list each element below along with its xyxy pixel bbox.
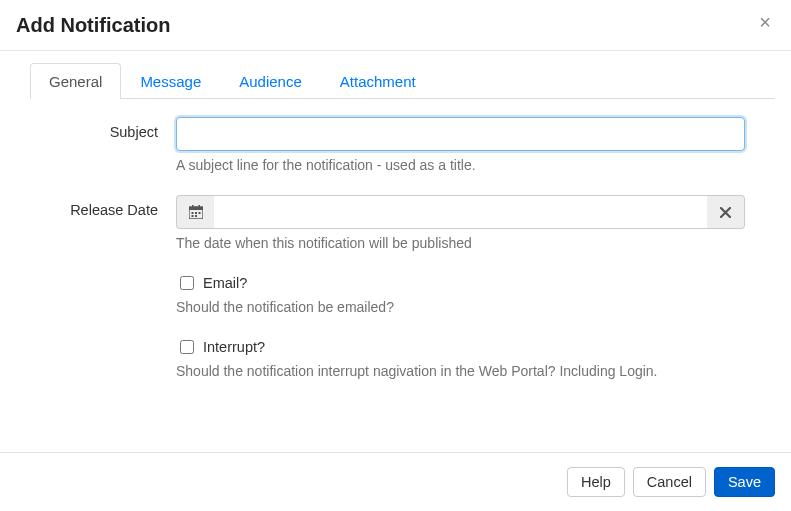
svg-rect-6	[198, 212, 200, 214]
tab-bar: General Message Audience Attachment	[30, 63, 775, 99]
row-email: Email? Should the notification be emaile…	[16, 273, 745, 315]
control-release-date: The date when this notification will be …	[176, 195, 745, 251]
label-interrupt-spacer	[16, 337, 176, 344]
cancel-button[interactable]: Cancel	[633, 467, 706, 497]
calendar-icon	[189, 205, 203, 219]
close-icon: ×	[759, 11, 771, 33]
help-release-date: The date when this notification will be …	[176, 235, 745, 251]
label-email[interactable]: Email?	[203, 275, 247, 291]
label-interrupt[interactable]: Interrupt?	[203, 339, 265, 355]
svg-rect-4	[191, 212, 193, 214]
row-interrupt: Interrupt? Should the notification inter…	[16, 337, 745, 379]
row-subject: Subject A subject line for the notificat…	[16, 117, 745, 173]
clear-icon	[720, 207, 731, 218]
svg-rect-7	[191, 215, 193, 217]
svg-rect-2	[192, 205, 194, 208]
close-button[interactable]: ×	[755, 12, 775, 32]
svg-rect-3	[198, 205, 200, 208]
label-email-spacer	[16, 273, 176, 280]
interrupt-check-row: Interrupt?	[176, 337, 745, 357]
subject-input[interactable]	[176, 117, 745, 151]
label-subject: Subject	[16, 117, 176, 140]
release-date-input[interactable]	[214, 195, 707, 229]
clear-date-button[interactable]	[707, 195, 745, 229]
tab-general[interactable]: General	[30, 63, 121, 99]
email-checkbox[interactable]	[180, 276, 194, 290]
save-button[interactable]: Save	[714, 467, 775, 497]
control-subject: A subject line for the notification - us…	[176, 117, 745, 173]
label-release-date: Release Date	[16, 195, 176, 218]
tab-message[interactable]: Message	[121, 63, 220, 99]
form-area: Subject A subject line for the notificat…	[16, 99, 775, 411]
interrupt-checkbox[interactable]	[180, 340, 194, 354]
row-release-date: Release Date	[16, 195, 745, 251]
svg-rect-8	[195, 215, 197, 217]
release-date-group	[176, 195, 745, 229]
svg-rect-5	[195, 212, 197, 214]
control-email: Email? Should the notification be emaile…	[176, 273, 745, 315]
modal-header: Add Notification ×	[0, 0, 791, 51]
help-subject: A subject line for the notification - us…	[176, 157, 745, 173]
tab-attachment[interactable]: Attachment	[321, 63, 435, 99]
help-interrupt: Should the notification interrupt nagiva…	[176, 363, 745, 379]
modal-title: Add Notification	[16, 12, 170, 38]
modal-body: General Message Audience Attachment Subj…	[0, 51, 791, 411]
svg-rect-1	[189, 207, 203, 210]
control-interrupt: Interrupt? Should the notification inter…	[176, 337, 745, 379]
calendar-addon[interactable]	[176, 195, 214, 229]
tab-audience[interactable]: Audience	[220, 63, 321, 99]
email-check-row: Email?	[176, 273, 745, 293]
help-email: Should the notification be emailed?	[176, 299, 745, 315]
modal-footer: Help Cancel Save	[0, 452, 791, 511]
help-button[interactable]: Help	[567, 467, 625, 497]
